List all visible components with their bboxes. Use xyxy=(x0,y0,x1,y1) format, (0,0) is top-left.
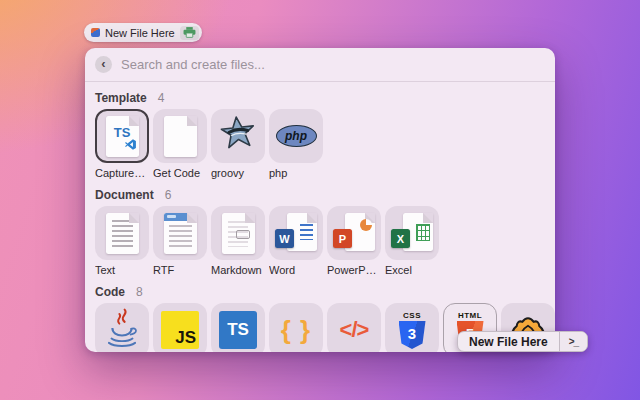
template-row: TS CaptureScr... Get Code xyxy=(95,109,555,179)
tile-label: RTF xyxy=(153,264,207,276)
groovy-star-icon xyxy=(218,114,258,158)
tile-label: PowerPoint xyxy=(327,264,381,276)
search-bar: ‹ xyxy=(85,48,555,82)
tooltip-label[interactable]: New File Here xyxy=(458,332,559,351)
list-item: Text xyxy=(95,206,149,276)
tile-label: Excel xyxy=(385,264,439,276)
list-item: php php xyxy=(269,109,323,179)
text-file-icon xyxy=(106,213,139,254)
tile-css[interactable]: CSS 3 xyxy=(385,303,439,352)
list-item xyxy=(95,303,149,352)
tile-typescript[interactable]: TS xyxy=(211,303,265,352)
list-item: CSS 3 xyxy=(385,303,439,352)
search-input[interactable] xyxy=(121,57,545,72)
tile-get-code[interactable] xyxy=(153,109,207,163)
printer-icon[interactable] xyxy=(180,26,199,40)
list-item: { } xyxy=(269,303,323,352)
powerpoint-file-icon: P xyxy=(333,213,375,253)
tile-java[interactable] xyxy=(95,303,149,352)
typescript-logo-icon: TS xyxy=(219,311,257,349)
new-file-window: ‹ Template 4 TS xyxy=(85,48,555,352)
vscode-icon xyxy=(124,137,137,155)
section-count: 8 xyxy=(136,285,143,299)
section-count: 4 xyxy=(158,91,165,105)
list-item: P PowerPoint xyxy=(327,206,381,276)
list-item: JS xyxy=(153,303,207,352)
section-title: Code xyxy=(95,285,125,299)
list-item: X Excel xyxy=(385,206,439,276)
document-row: Text RTF Markdown W xyxy=(95,206,555,276)
typescript-file-icon: TS xyxy=(106,116,139,157)
list-item: W Word xyxy=(269,206,323,276)
list-item: TS CaptureScr... xyxy=(95,109,149,179)
tile-capturescript[interactable]: TS xyxy=(95,109,149,163)
back-button[interactable]: ‹ xyxy=(95,56,112,73)
tile-label: Word xyxy=(269,264,323,276)
list-item: groovy xyxy=(211,109,265,179)
tile-label: php xyxy=(269,167,323,179)
file-grid: Template 4 TS CaptureScr... xyxy=(85,91,555,352)
tile-label: groovy xyxy=(211,167,265,179)
excel-file-icon: X xyxy=(391,213,433,253)
menubar-badge[interactable]: New File Here xyxy=(84,23,202,42)
section-title: Template xyxy=(95,91,147,105)
php-glyph: php xyxy=(285,129,307,143)
list-item: RTF xyxy=(153,206,207,276)
section-title: Document xyxy=(95,188,154,202)
tile-label: Markdown xyxy=(211,264,265,276)
tile-php[interactable]: php xyxy=(269,109,323,163)
tile-word[interactable]: W xyxy=(269,206,323,260)
tile-rtf[interactable] xyxy=(153,206,207,260)
list-item: Get Code xyxy=(153,109,207,179)
tile-markdown[interactable] xyxy=(211,206,265,260)
javascript-logo-icon: JS xyxy=(161,311,199,349)
tile-powerpoint[interactable]: P xyxy=(327,206,381,260)
rtf-file-icon xyxy=(164,213,197,254)
tile-label: Text xyxy=(95,264,149,276)
code-tag-icon: </> xyxy=(340,317,369,343)
tile-javascript[interactable]: JS xyxy=(153,303,207,352)
terminal-icon[interactable]: >_ xyxy=(559,332,587,351)
php-logo-icon: php xyxy=(276,125,317,147)
list-item: Markdown xyxy=(211,206,265,276)
tile-text[interactable] xyxy=(95,206,149,260)
tile-label: Get Code xyxy=(153,167,207,179)
section-header-code: Code 8 xyxy=(95,285,555,299)
tile-label: CaptureScr... xyxy=(95,167,149,179)
braces-icon: { } xyxy=(281,315,311,346)
markdown-file-icon xyxy=(222,213,255,254)
app-icon xyxy=(91,28,100,37)
section-count: 6 xyxy=(165,188,172,202)
new-file-tooltip[interactable]: New File Here >_ xyxy=(457,331,588,352)
section-header-document: Document 6 xyxy=(95,188,555,202)
section-header-template: Template 4 xyxy=(95,91,555,105)
tile-groovy[interactable] xyxy=(211,109,265,163)
list-item: TS xyxy=(211,303,265,352)
list-item: </> xyxy=(327,303,381,352)
word-file-icon: W xyxy=(275,213,317,253)
blank-file-icon xyxy=(164,116,197,157)
menubar-badge-label: New File Here xyxy=(105,27,175,39)
tile-json[interactable]: { } xyxy=(269,303,323,352)
java-logo-icon xyxy=(101,306,143,352)
css3-logo-icon: CSS 3 xyxy=(399,311,426,349)
tile-excel[interactable]: X xyxy=(385,206,439,260)
tile-markup[interactable]: </> xyxy=(327,303,381,352)
